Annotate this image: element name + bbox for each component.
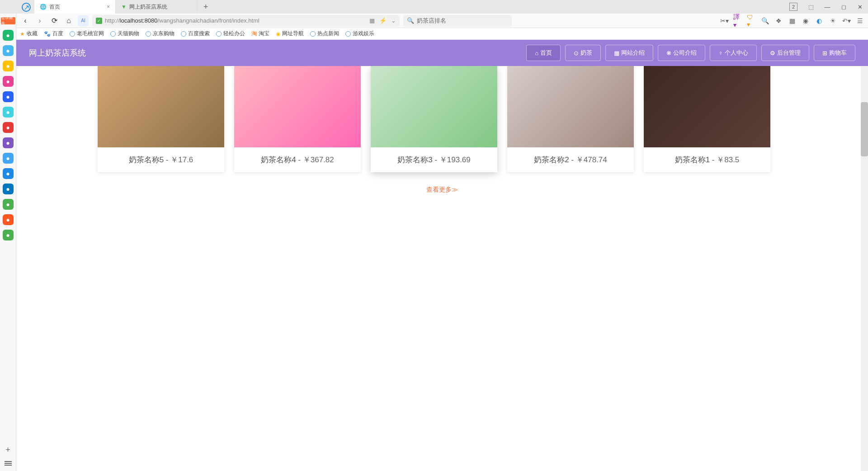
nav-个人中心[interactable]: ♀个人中心 xyxy=(710,45,757,61)
nav-icon: ⌂ xyxy=(535,50,538,57)
globe-icon xyxy=(146,31,151,37)
bookmark-baidu[interactable]: 🐾百度 xyxy=(44,30,63,38)
nav-公司介绍[interactable]: ❋公司介绍 xyxy=(658,45,705,61)
bookmark-office[interactable]: 轻松办公 xyxy=(216,30,245,38)
nav-label: 网站介绍 xyxy=(621,49,645,57)
translate-icon[interactable]: 譯▾ xyxy=(733,16,742,25)
ai-icon[interactable]: ● xyxy=(3,76,14,87)
compass-icon[interactable]: ● xyxy=(3,30,14,41)
maximize-button[interactable]: ◻ xyxy=(835,0,852,14)
bookmark-news[interactable]: 热点新闻 xyxy=(310,30,339,38)
bookmark-games[interactable]: 游戏娱乐 xyxy=(345,30,374,38)
mail-icon[interactable]: ● xyxy=(3,230,14,240)
zoom-icon[interactable]: 🔍 xyxy=(760,16,769,25)
product-image xyxy=(234,66,361,147)
shield-alt-icon[interactable]: 🛡▾ xyxy=(747,16,756,25)
compass-icon[interactable]: ↗ xyxy=(22,3,31,12)
globe-icon xyxy=(345,31,351,37)
search-icon: 🔍 xyxy=(407,17,414,24)
left-sidebar: 登录账号 ●●●●●●●●●●●●●● + xyxy=(0,14,16,471)
bookmark-nav[interactable]: ◉网址导航 xyxy=(276,30,304,38)
add-sidebar-icon[interactable]: + xyxy=(5,445,10,455)
al-icon[interactable]: ● xyxy=(3,91,14,102)
weibo-icon[interactable]: ● xyxy=(3,214,14,225)
nav-icon: ❋ xyxy=(666,50,671,57)
bookmark-tmall[interactable]: 天猫购物 xyxy=(110,30,139,38)
bookmark-icon[interactable]: ● xyxy=(3,45,14,56)
globe-icon xyxy=(181,31,186,37)
product-image xyxy=(644,66,770,147)
undo-icon[interactable]: ↶▾ xyxy=(842,16,851,25)
load-more-button[interactable]: 查看更多≫ xyxy=(98,172,787,207)
product-info: 奶茶名称2 - ￥478.74 xyxy=(507,147,634,172)
bookmark-favorites[interactable]: ★收藏 xyxy=(20,30,38,38)
star-icon[interactable]: ● xyxy=(3,61,14,71)
puzzle-icon[interactable]: ❖ xyxy=(774,16,783,25)
nav-首页[interactable]: ⌂首页 xyxy=(526,45,561,61)
nav-网站介绍[interactable]: ▦网站介绍 xyxy=(605,45,653,61)
nav-购物车[interactable]: ⊞购物车 xyxy=(814,45,855,61)
home-button[interactable]: ⌂ xyxy=(63,15,74,26)
apps-icon[interactable]: ▦ xyxy=(788,16,797,25)
site-title: 网上奶茶店系统 xyxy=(29,47,86,58)
bookmark-taobao[interactable]: 淘淘宝 xyxy=(251,30,269,38)
square-icon[interactable]: ● xyxy=(3,107,14,118)
chat-icon[interactable]: ● xyxy=(3,184,14,194)
paw-icon: 🐾 xyxy=(44,31,51,37)
scrollbar[interactable] xyxy=(861,66,868,471)
login-badge[interactable]: 登录账号 xyxy=(1,17,15,24)
globe2-icon[interactable]: ◐ xyxy=(815,16,824,25)
tab-bar: ↗ 🌐 首页 × ▼ 网上奶茶店系统 + 2 ⬚ — ◻ ✕ xyxy=(0,0,868,14)
chevron-down-icon[interactable]: ⌄ xyxy=(391,17,396,24)
menu-icon[interactable]: ☰ xyxy=(855,16,864,25)
close-button[interactable]: ✕ xyxy=(852,0,868,14)
play-icon[interactable]: ● xyxy=(3,137,14,148)
tab-home[interactable]: 🌐 首页 × xyxy=(34,0,116,14)
scroll-thumb[interactable] xyxy=(861,102,868,156)
tab-system[interactable]: ▼ 网上奶茶店系统 xyxy=(116,0,197,14)
forward-button[interactable]: › xyxy=(34,15,45,26)
nav-label: 个人中心 xyxy=(725,49,748,57)
window-controls: 2 ⬚ — ◻ ✕ xyxy=(789,0,868,14)
product-card[interactable]: 奶茶名称3 - ￥193.69 xyxy=(371,66,497,172)
doc-icon[interactable]: ● xyxy=(3,153,14,164)
globe-icon xyxy=(70,31,75,37)
product-price: ￥17.6 xyxy=(170,155,193,164)
product-info: 奶茶名称4 - ￥367.82 xyxy=(234,147,361,172)
qr-icon[interactable]: ▦ xyxy=(369,17,375,24)
bolt-icon[interactable]: ⚡ xyxy=(379,17,387,24)
tab-label: 网上奶茶店系统 xyxy=(129,3,167,11)
nav-后台管理[interactable]: ⚙后台管理 xyxy=(761,45,809,61)
bookmark-baidusearch[interactable]: 百度搜索 xyxy=(181,30,210,38)
product-name: 奶茶名称4 xyxy=(261,155,296,164)
close-icon[interactable]: × xyxy=(107,4,110,10)
ai-icon[interactable]: AI xyxy=(78,15,89,26)
product-card[interactable]: 奶茶名称2 - ￥478.74 xyxy=(507,66,634,172)
scissors-icon[interactable]: ✂▾ xyxy=(720,16,729,25)
menu-sidebar-icon[interactable] xyxy=(5,461,12,466)
nav-icon: ⚙ xyxy=(770,50,775,57)
url-input[interactable]: ✓ http://localhost:8080/wangshangnaichad… xyxy=(92,15,400,27)
back-button[interactable]: ‹ xyxy=(20,15,31,26)
product-card[interactable]: 奶茶名称5 - ￥17.6 xyxy=(98,66,224,172)
nav-icon: ▦ xyxy=(614,50,619,57)
nav-奶茶[interactable]: ⊙奶茶 xyxy=(565,45,601,61)
bookmark-laomaotao[interactable]: 老毛桃官网 xyxy=(70,30,104,38)
sun-icon[interactable]: ☀ xyxy=(828,16,837,25)
globe-icon xyxy=(110,31,116,37)
count-badge[interactable]: 2 xyxy=(789,3,797,11)
minimize-button[interactable]: — xyxy=(819,0,835,14)
pdf-icon[interactable]: ● xyxy=(3,122,14,133)
msg-icon[interactable]: ● xyxy=(3,168,14,179)
bookmark-jd[interactable]: 京东购物 xyxy=(146,30,175,38)
product-price: ￥478.74 xyxy=(576,155,607,164)
product-card[interactable]: 奶茶名称1 - ￥83.5 xyxy=(644,66,770,172)
tab-add-button[interactable]: + xyxy=(197,2,215,12)
puzzle-icon[interactable]: ● xyxy=(3,199,14,210)
extension-icon[interactable]: ⬚ xyxy=(803,0,819,14)
reload-button[interactable]: ⟳ xyxy=(49,15,60,26)
search-input[interactable]: 🔍 奶茶店排名 xyxy=(403,15,512,27)
product-card[interactable]: 奶茶名称4 - ￥367.82 xyxy=(234,66,361,172)
nav-label: 购物车 xyxy=(829,49,847,57)
color-icon[interactable]: ◉ xyxy=(801,16,810,25)
